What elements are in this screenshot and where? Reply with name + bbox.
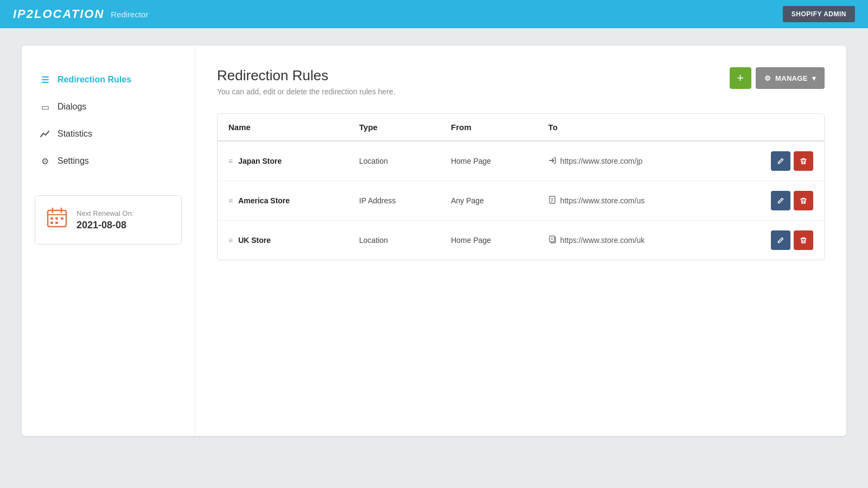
edit-button[interactable] [771,191,790,210]
sidebar-item-label: Settings [58,156,89,166]
chevron-down-icon: ▾ [812,74,816,82]
col-name: Name [218,114,348,141]
to-icon [548,235,557,246]
table-body: ≡ Japan Store Location Home Page https:/… [218,141,824,260]
rules-table: Name Type From To ≡ Japan Store Location… [218,114,824,260]
page-subtitle: You can add, edit or delete the redirect… [217,87,395,96]
statistics-icon [39,128,51,140]
drag-handle-icon[interactable]: ≡ [228,236,233,245]
to-icon [548,196,557,206]
cell-from: Any Page [440,181,537,221]
delete-button[interactable] [794,230,813,250]
page-title: Redirection Rules [217,67,395,84]
renewal-info: Next Renewal On: 2021-08-08 [76,209,134,231]
shopify-admin-button[interactable]: SHOPIFY ADMIN [783,6,855,22]
col-actions [723,114,824,141]
row-name-text: Japan Store [238,157,282,165]
svg-rect-8 [55,222,58,224]
to-url: https://www.store.com/uk [560,236,645,245]
cell-from: Home Page [440,221,537,260]
row-name-text: UK Store [238,236,271,245]
sidebar-item-redirection-rules[interactable]: ☰ Redirection Rules [35,67,182,92]
sidebar: ☰ Redirection Rules ▭ Dialogs Statistics [22,46,195,436]
rules-table-wrapper: Name Type From To ≡ Japan Store Location… [217,113,825,260]
logo: IP2LOCATION [13,7,104,21]
to-url: https://www.store.com/us [560,196,645,205]
cell-name: ≡ Japan Store [218,141,348,181]
sidebar-item-statistics[interactable]: Statistics [35,121,182,146]
list-icon: ☰ [39,74,51,86]
cell-name: ≡ UK Store [218,221,348,260]
gear-icon: ⚙ [764,74,771,82]
sidebar-item-label: Dialogs [58,102,86,112]
to-icon [548,156,557,166]
table-header: Name Type From To [218,114,824,141]
calendar-icon [46,207,68,233]
row-name-text: America Store [238,196,290,205]
table-row: ≡ Japan Store Location Home Page https:/… [218,141,824,181]
content-card: ☰ Redirection Rules ▭ Dialogs Statistics [22,46,846,436]
edit-button[interactable] [771,151,790,171]
renewal-card: Next Renewal On: 2021-08-08 [35,195,182,245]
page-title-group: Redirection Rules You can add, edit or d… [217,67,395,96]
cell-from: Home Page [440,141,537,181]
cell-name: ≡ America Store [218,181,348,221]
svg-rect-5 [55,217,58,220]
page-header: Redirection Rules You can add, edit or d… [217,67,825,96]
drag-handle-icon[interactable]: ≡ [228,157,233,165]
add-rule-button[interactable]: + [730,67,751,89]
to-url: https://www.store.com/jp [560,157,643,165]
svg-rect-6 [61,217,63,220]
delete-button[interactable] [794,191,813,210]
col-to: To [538,114,724,141]
svg-rect-4 [50,217,53,220]
cell-to: https://www.store.com/us [538,181,724,221]
table-header-row: Name Type From To [218,114,824,141]
cell-type: IP Address [348,181,440,221]
cell-actions [723,181,824,221]
sidebar-nav: ☰ Redirection Rules ▭ Dialogs Statistics [35,67,182,174]
svg-rect-7 [50,222,53,224]
cell-to: https://www.store.com/uk [538,221,724,260]
cell-type: Location [348,221,440,260]
drag-handle-icon[interactable]: ≡ [228,196,233,205]
app-header: IP2LOCATION Redirector SHOPIFY ADMIN [0,0,868,28]
svg-rect-14 [550,236,554,242]
cell-actions [723,221,824,260]
sidebar-item-label: Statistics [58,129,92,139]
main-container: ☰ Redirection Rules ▭ Dialogs Statistics [0,28,868,453]
renewal-label: Next Renewal On: [76,209,134,217]
header-actions: + ⚙ MANAGE ▾ [730,67,825,89]
sidebar-item-dialogs[interactable]: ▭ Dialogs [35,94,182,119]
main-content: Redirection Rules You can add, edit or d… [195,46,846,436]
table-row: ≡ UK Store Location Home Page https://ww… [218,221,824,260]
delete-button[interactable] [794,151,813,171]
table-row: ≡ America Store IP Address Any Page http… [218,181,824,221]
dialog-icon: ▭ [39,101,51,113]
brand: IP2LOCATION Redirector [13,7,148,21]
edit-button[interactable] [771,230,790,250]
cell-type: Location [348,141,440,181]
manage-button[interactable]: ⚙ MANAGE ▾ [756,67,825,89]
renewal-date: 2021-08-08 [76,220,134,231]
sidebar-item-settings[interactable]: ⚙ Settings [35,149,182,174]
col-type: Type [348,114,440,141]
settings-icon: ⚙ [39,155,51,167]
col-from: From [440,114,537,141]
app-name: Redirector [111,10,148,19]
cell-actions [723,141,824,181]
manage-label: MANAGE [775,74,808,82]
cell-to: https://www.store.com/jp [538,141,724,181]
sidebar-item-label: Redirection Rules [58,75,131,85]
